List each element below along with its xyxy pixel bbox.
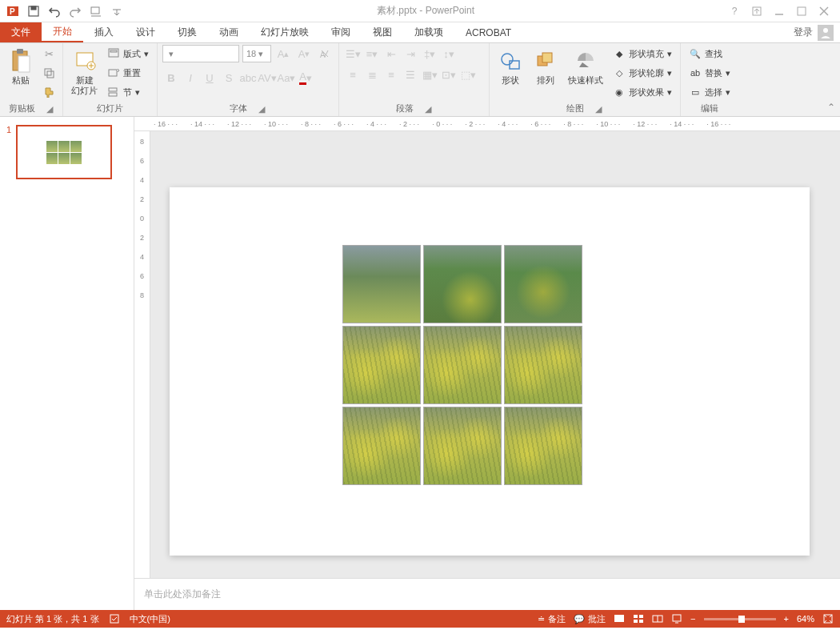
font-family-combo[interactable]: ▾ (162, 45, 239, 62)
replace-button[interactable]: ab替换 ▾ (686, 64, 734, 82)
maximize-icon[interactable] (792, 3, 811, 19)
save-icon[interactable] (24, 2, 43, 21)
notes-toggle[interactable]: ≐ 备注 (538, 613, 566, 625)
normal-view-icon[interactable] (614, 613, 625, 624)
tab-acrobat[interactable]: ACROBAT (454, 22, 522, 42)
clear-formatting-icon[interactable]: A (316, 45, 334, 62)
font-size-combo[interactable]: 18 ▾ (242, 45, 271, 62)
undo-icon[interactable] (45, 2, 64, 21)
smartart-icon[interactable]: ⬚▾ (459, 66, 477, 83)
fit-to-window-icon[interactable] (822, 613, 834, 624)
comments-toggle[interactable]: 💬 批注 (574, 613, 606, 625)
text-direction-icon[interactable]: ↕▾ (440, 45, 458, 62)
layout-button[interactable]: 版式 ▾ (104, 45, 152, 62)
font-color-icon[interactable]: A▾ (297, 69, 314, 86)
reading-view-icon[interactable] (652, 613, 663, 624)
line-spacing-icon[interactable]: ‡▾ (421, 45, 438, 62)
font-dialog-launcher[interactable]: ◢ (257, 104, 266, 114)
ribbon-display-icon[interactable] (747, 3, 766, 19)
tab-view[interactable]: 视图 (362, 22, 403, 42)
numbering-icon[interactable]: ≡▾ (363, 45, 381, 62)
tab-animations[interactable]: 动画 (208, 22, 250, 42)
login-area[interactable]: 登录 (794, 22, 840, 42)
image-cell[interactable] (504, 245, 582, 323)
clipboard-dialog-launcher[interactable]: ◢ (45, 104, 54, 114)
tab-slideshow[interactable]: 幻灯片放映 (250, 22, 320, 42)
increase-indent-icon[interactable]: ⇥ (402, 45, 419, 62)
image-cell[interactable] (423, 245, 502, 323)
start-from-beginning-icon[interactable] (86, 2, 106, 21)
slide-thumbnail-1[interactable]: 1 (6, 125, 127, 179)
help-icon[interactable]: ? (725, 3, 744, 19)
align-text-icon[interactable]: ⊡▾ (440, 66, 458, 83)
horizontal-ruler[interactable]: · 16 · · ·· 14 · · ·· 12 · · ·· 10 · · ·… (134, 117, 840, 131)
copy-icon[interactable] (40, 64, 58, 82)
tab-review[interactable]: 审阅 (320, 22, 362, 42)
image-cell[interactable] (342, 407, 421, 485)
quickstyles-button[interactable]: 快速样式 (565, 45, 606, 86)
select-button[interactable]: ▭选择 ▾ (686, 83, 734, 101)
slide-canvas-area[interactable] (150, 131, 840, 578)
slide[interactable] (170, 187, 810, 556)
tab-design[interactable]: 设计 (125, 22, 166, 42)
spellcheck-icon[interactable] (109, 613, 120, 624)
image-cell[interactable] (342, 245, 421, 323)
tab-insert[interactable]: 插入 (83, 22, 125, 42)
shapes-button[interactable]: 形状 (494, 45, 526, 86)
char-spacing-icon[interactable]: AV▾ (258, 69, 276, 86)
shadow-icon[interactable]: abc (239, 69, 257, 86)
align-right-icon[interactable]: ≡ (382, 66, 400, 83)
minimize-icon[interactable] (770, 3, 789, 19)
redo-icon[interactable] (66, 2, 85, 21)
zoom-percent[interactable]: 64% (797, 614, 814, 624)
underline-icon[interactable]: U (201, 69, 218, 86)
decrease-indent-icon[interactable]: ⇤ (382, 45, 400, 62)
zoom-slider[interactable] (704, 618, 776, 620)
image-cell[interactable] (342, 326, 421, 404)
tab-transitions[interactable]: 切换 (166, 22, 208, 42)
arrange-button[interactable]: 排列 (530, 45, 562, 86)
cut-icon[interactable]: ✂ (40, 45, 58, 62)
zoom-out-icon[interactable]: − (690, 614, 695, 624)
tab-file[interactable]: 文件 (0, 22, 42, 42)
new-slide-button[interactable]: 新建 幻灯片 (68, 45, 101, 96)
image-cell[interactable] (423, 326, 502, 404)
justify-icon[interactable]: ☰ (402, 66, 419, 83)
shape-effects-button[interactable]: ◉形状效果 ▾ (610, 83, 675, 101)
tab-addins[interactable]: 加载项 (403, 22, 454, 42)
align-left-icon[interactable]: ≡ (344, 66, 362, 83)
strikethrough-icon[interactable]: S (220, 69, 238, 86)
qat-customize-icon[interactable] (107, 2, 126, 21)
image-cell[interactable] (423, 407, 502, 485)
increase-font-icon[interactable]: A▴ (274, 45, 292, 62)
shape-fill-button[interactable]: ◆形状填充 ▾ (610, 45, 675, 62)
align-center-icon[interactable]: ≣ (363, 66, 381, 83)
notes-pane[interactable]: 单击此处添加备注 (134, 578, 840, 610)
slide-sorter-view-icon[interactable] (633, 613, 644, 624)
slideshow-view-icon[interactable] (671, 613, 682, 624)
paste-button[interactable]: 粘贴 (5, 45, 37, 86)
reset-button[interactable]: 重置 (104, 64, 152, 82)
change-case-icon[interactable]: Aa▾ (278, 69, 295, 86)
shape-outline-button[interactable]: ◇形状轮廓 ▾ (610, 64, 675, 82)
section-button[interactable]: 节 ▾ (104, 83, 152, 101)
format-painter-icon[interactable] (40, 83, 58, 101)
bold-icon[interactable]: B (162, 69, 180, 86)
slide-info[interactable]: 幻灯片 第 1 张，共 1 张 (6, 613, 99, 625)
collapse-ribbon-icon[interactable]: ⌃ (827, 102, 835, 113)
close-icon[interactable] (814, 3, 834, 19)
paragraph-dialog-launcher[interactable]: ◢ (423, 104, 433, 114)
italic-icon[interactable]: I (182, 69, 199, 86)
zoom-in-icon[interactable]: + (784, 614, 789, 624)
columns-icon[interactable]: ▦▾ (421, 66, 438, 83)
image-cell[interactable] (504, 326, 582, 404)
image-cell[interactable] (504, 407, 582, 485)
drawing-dialog-launcher[interactable]: ◢ (594, 104, 603, 114)
find-button[interactable]: 🔍查找 (686, 45, 734, 62)
decrease-font-icon[interactable]: A▾ (295, 45, 313, 62)
language-indicator[interactable]: 中文(中国) (130, 613, 170, 625)
bullets-icon[interactable]: ☰▾ (344, 45, 362, 62)
app-icon[interactable]: P (3, 2, 22, 21)
vertical-ruler[interactable]: 864202468 (134, 131, 150, 578)
tab-home[interactable]: 开始 (42, 22, 83, 42)
